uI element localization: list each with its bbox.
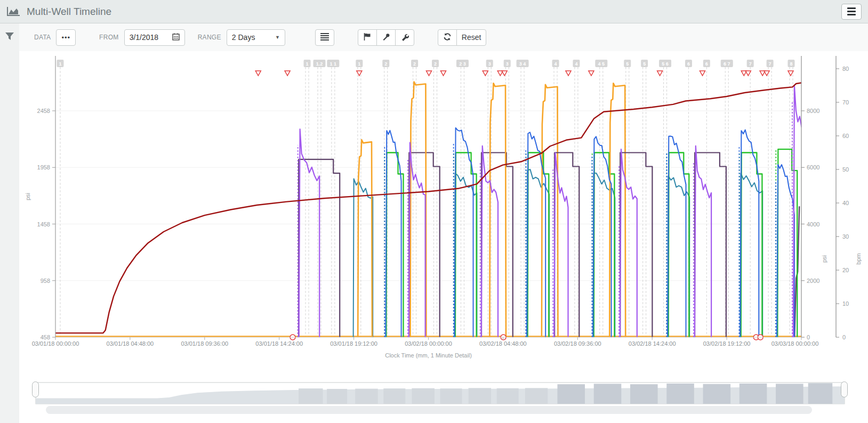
- timeline-chart[interactable]: 111.21 112222 3333 4444 5555 6666 777845…: [19, 51, 868, 371]
- right-bpm-tick-label: 60: [842, 133, 849, 139]
- series-orange: [411, 82, 427, 338]
- navigator-left-handle[interactable]: [32, 381, 39, 397]
- from-date-input[interactable]: 3/1/2018: [124, 29, 185, 46]
- annotation-button-group: [358, 29, 414, 46]
- navigator-bump: [355, 389, 377, 404]
- navigator-overview[interactable]: [19, 371, 868, 423]
- eyedropper-button[interactable]: [376, 29, 396, 46]
- x-tick-label: 03/02/18 00:00:00: [405, 340, 452, 347]
- stage-marker-label: 4: [575, 61, 577, 67]
- event-triangle-marker[interactable]: [285, 71, 290, 76]
- event-triangle-marker[interactable]: [483, 71, 488, 76]
- navigator-block: [740, 384, 767, 404]
- filter-icon[interactable]: [5, 32, 14, 423]
- reset-button[interactable]: Reset: [456, 29, 487, 46]
- range-select[interactable]: 2 Days ▼: [227, 29, 285, 46]
- series-purple: [620, 149, 637, 337]
- stage-marker-label: 3: [506, 61, 509, 67]
- stage-marker-label: 5: [643, 61, 646, 67]
- x-tick-label: 03/01/18 00:00:00: [32, 340, 79, 347]
- left-psi-axis-title: psi: [25, 193, 31, 200]
- stage-marker-label: 1 1: [330, 61, 337, 67]
- series-blue: [740, 130, 759, 337]
- chevron-down-icon: ▼: [275, 35, 280, 40]
- ellipsis-icon: •••: [61, 34, 70, 41]
- navigator-block: [557, 384, 585, 404]
- series-orange: [609, 83, 625, 337]
- right-bpm-axis-title: bpm: [855, 253, 862, 264]
- navigator: [19, 371, 868, 423]
- navigator-block: [630, 384, 658, 404]
- stage-marker-label: 6: [687, 61, 690, 67]
- flag-button[interactable]: [358, 29, 377, 46]
- left-psi-tick-label: 1958: [37, 164, 50, 170]
- wrench-icon: [400, 32, 409, 43]
- app-header: Multi-Well Timeline: [0, 0, 868, 23]
- stage-marker-label: 2: [434, 61, 437, 67]
- stage-marker-label: 4: [554, 61, 557, 67]
- series-plum: [695, 153, 726, 338]
- navigator-block: [594, 384, 622, 404]
- navigator-bump: [525, 388, 548, 404]
- content: DATA ••• FROM 3/1/2018 RANGE: [19, 23, 868, 423]
- event-triangle-marker[interactable]: [566, 71, 571, 76]
- event-triangle-marker[interactable]: [700, 71, 705, 76]
- event-triangle-marker[interactable]: [426, 71, 431, 76]
- navigator-bump: [412, 388, 434, 404]
- list-icon: [320, 33, 329, 42]
- hamburger-icon: [847, 7, 856, 9]
- x-axis-title: Clock Time (mm, 1 Minute Detail): [385, 352, 472, 359]
- series-blue: [777, 165, 794, 337]
- series-blue: [385, 131, 401, 337]
- stage-marker-label: 5 6: [662, 61, 669, 67]
- event-triangle-marker[interactable]: [502, 71, 507, 76]
- legend-list-button[interactable]: [315, 29, 334, 46]
- left-psi-tick-label: 2458: [37, 108, 50, 114]
- page-title: Multi-Well Timeline: [27, 6, 111, 18]
- calendar-icon[interactable]: [172, 33, 180, 42]
- stage-marker-label: 1: [358, 61, 360, 67]
- right-psi-tick-label: 6000: [807, 164, 819, 170]
- wrench-button[interactable]: [395, 29, 414, 46]
- event-triangle-marker[interactable]: [255, 71, 261, 76]
- navigator-bump: [497, 388, 519, 404]
- stage-marker-label: 7: [769, 61, 771, 67]
- right-psi-axis-title: psi: [821, 255, 827, 263]
- stage-marker-label: 3: [488, 61, 491, 67]
- navigator-block: [666, 384, 694, 404]
- stage-marker-label: 8: [790, 61, 792, 67]
- navigator-block: [776, 384, 803, 404]
- reset-button-label: Reset: [462, 33, 481, 42]
- series-orange: [358, 140, 372, 337]
- navigator-block: [703, 384, 731, 404]
- stage-marker-label: 1: [306, 61, 309, 67]
- navigator-scroll-track[interactable]: [46, 406, 812, 414]
- range-label: RANGE: [198, 34, 221, 41]
- right-bpm-tick-label: 80: [842, 66, 849, 72]
- hamburger-menu-button[interactable]: [841, 4, 862, 20]
- stage-marker-label: 1: [59, 61, 61, 67]
- right-psi-tick-label: 8000: [807, 108, 819, 114]
- event-triangle-marker[interactable]: [657, 71, 663, 76]
- navigator-bump: [469, 388, 491, 404]
- stage-marker-label: 1.2: [316, 61, 323, 67]
- event-triangle-marker[interactable]: [589, 71, 594, 76]
- stage-marker-label: 2: [413, 61, 416, 67]
- event-triangle-marker[interactable]: [440, 71, 446, 76]
- series-purple: [554, 153, 568, 338]
- series-layer: [55, 82, 809, 338]
- range-value: 2 Days: [232, 33, 255, 42]
- data-menu-button[interactable]: •••: [56, 29, 76, 46]
- left-psi-tick-label: 958: [41, 278, 50, 284]
- stage-marker-label: 7: [749, 61, 752, 67]
- right-bpm-tick-label: 20: [842, 267, 849, 273]
- x-tick-label: 03/01/18 14:24:00: [255, 340, 303, 347]
- right-psi-tick-label: 4000: [807, 221, 819, 227]
- reset-button-group: Reset: [438, 29, 487, 46]
- navigator-block: [808, 383, 833, 404]
- right-psi-tick-label: 0: [807, 334, 810, 340]
- refresh-button[interactable]: [438, 29, 457, 46]
- series-plum: [409, 153, 439, 338]
- right-bpm-tick-label: 10: [842, 300, 849, 307]
- navigator-right-handle[interactable]: [841, 381, 848, 397]
